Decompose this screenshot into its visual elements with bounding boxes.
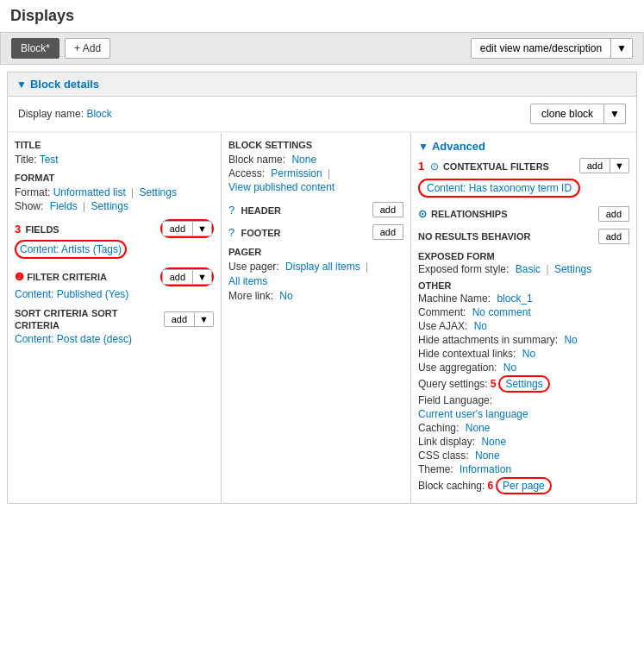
format-heading: FORMAT: [15, 173, 214, 183]
css-class-value[interactable]: None: [475, 449, 500, 462]
show-label: Show:: [15, 200, 43, 212]
footer-heading: ? FOOTER: [228, 226, 280, 239]
use-aggregation-label: Use aggregation:: [418, 361, 497, 374]
block-details-section: ▼ Block details Display name: Block clon…: [7, 72, 637, 504]
sort-criteria-section: SORT CRITERIA SORT CRITERIA add ▼ Conten…: [15, 307, 214, 345]
advanced-header: ▼ Advanced: [418, 140, 629, 153]
caching-label: Caching:: [418, 422, 459, 434]
filter-content-item[interactable]: Content: Published (Yes): [15, 288, 214, 300]
sort-add-dropdown[interactable]: ▼: [195, 311, 214, 327]
relationships-icon: ⊙: [418, 208, 427, 220]
contextual-add-dropdown[interactable]: ▼: [610, 158, 629, 173]
toolbar: Block* Add edit view name/description ▼: [0, 32, 644, 65]
exposed-form-style-value[interactable]: Basic: [516, 263, 541, 275]
fields-badge: 3: [15, 223, 21, 236]
title-section: TITLE Title: Test: [15, 140, 214, 166]
show-settings-link[interactable]: Settings: [91, 200, 128, 212]
contextual-filters-heading: CONTEXTUAL FILTERS: [443, 161, 549, 172]
footer-add-button[interactable]: add: [372, 224, 403, 240]
format-settings-link[interactable]: Settings: [140, 186, 177, 198]
use-aggregation-value[interactable]: No: [503, 361, 516, 374]
access-label: Access:: [228, 167, 265, 179]
contextual-filter-item[interactable]: Content: Has taxonomy term ID: [418, 179, 580, 198]
add-display-button[interactable]: Add: [65, 38, 110, 59]
header-add-button[interactable]: add: [372, 202, 403, 217]
format-section: FORMAT Format: Unformatted list | Settin…: [15, 173, 214, 212]
theme-value[interactable]: Information: [460, 463, 511, 475]
filter-criteria-section: ❷ FILTER CRITERIA add ▼ Content: Publish…: [15, 267, 214, 300]
all-items-link[interactable]: All items: [228, 275, 267, 287]
block-details-title: Block details: [30, 78, 99, 91]
pager-heading: PAGER: [228, 247, 403, 257]
more-link-value[interactable]: No: [279, 290, 292, 302]
query-settings-label: Query settings:: [418, 378, 488, 390]
block-caching-label: Block caching:: [418, 480, 485, 492]
page-title: Displays: [0, 0, 644, 32]
query-settings-value[interactable]: Settings: [498, 375, 549, 393]
machine-name-value[interactable]: block_1: [497, 292, 532, 305]
format-label: Format:: [15, 186, 50, 198]
hide-contextual-label: Hide contextual links:: [418, 348, 516, 360]
block-tab[interactable]: Block*: [11, 38, 59, 59]
view-published-link[interactable]: View published content: [228, 181, 335, 193]
block-details-header: ▼ Block details: [8, 72, 636, 97]
format-value[interactable]: Unformatted list: [53, 186, 126, 198]
filter-add-dropdown[interactable]: ▼: [193, 269, 212, 285]
block-name-label: Block name:: [228, 154, 285, 166]
fields-heading: FIELDS: [26, 224, 59, 235]
link-display-label: Link display:: [418, 436, 475, 448]
title-value[interactable]: Test: [40, 154, 59, 166]
use-pager-value[interactable]: Display all items: [285, 261, 360, 273]
comment-value[interactable]: No comment: [472, 306, 531, 318]
link-display-value[interactable]: None: [481, 436, 506, 448]
sort-content-item[interactable]: Content: Post date (desc): [15, 333, 214, 345]
collapse-arrow-icon[interactable]: ▼: [16, 79, 27, 91]
edit-view-dropdown[interactable]: ▼: [611, 38, 633, 59]
header-section: ? HEADER add: [228, 202, 403, 217]
comment-label: Comment:: [418, 306, 466, 318]
display-name-label: Display name:: [18, 108, 84, 120]
ajax-value[interactable]: No: [474, 320, 487, 332]
fields-content-item[interactable]: Content: Artists (Tags): [15, 240, 127, 259]
field-language-label: Field Language:: [418, 394, 492, 406]
no-results-add-button[interactable]: add: [598, 229, 629, 244]
right-column: ▼ Advanced 1 ⊙ CONTEXTUAL FILTERS add ▼: [411, 133, 636, 503]
fields-add-dropdown[interactable]: ▼: [193, 221, 212, 236]
hide-attachments-value[interactable]: No: [564, 334, 577, 346]
block-caching-value[interactable]: Per page: [496, 477, 552, 494]
title-label: Title:: [15, 154, 37, 166]
display-name-value[interactable]: Block: [86, 108, 111, 120]
clone-block-button[interactable]: clone block: [530, 104, 604, 124]
contextual-badge: 1: [418, 160, 424, 173]
sort-add-button[interactable]: add: [164, 311, 195, 327]
advanced-title: Advanced: [432, 140, 485, 153]
more-link-label: More link:: [228, 290, 273, 302]
field-language-value[interactable]: Current user's language: [418, 408, 528, 420]
relationships-section: ⊙ RELATIONSHIPS add: [418, 206, 629, 222]
fields-link[interactable]: Fields: [50, 200, 78, 212]
header-heading: ? HEADER: [228, 204, 281, 217]
exposed-form-settings-link[interactable]: Settings: [554, 263, 591, 275]
three-columns: TITLE Title: Test FORMAT Format: Unforma…: [8, 132, 636, 503]
caching-value[interactable]: None: [466, 422, 491, 434]
access-value[interactable]: Permission: [271, 167, 322, 179]
contextual-filters-section: 1 ⊙ CONTEXTUAL FILTERS add ▼ Content: Ha…: [418, 158, 629, 199]
contextual-filters-icon: ⊙: [430, 160, 439, 173]
clone-block-dropdown[interactable]: ▼: [604, 104, 626, 124]
css-class-label: CSS class:: [418, 449, 469, 462]
relationships-add-button[interactable]: add: [598, 206, 629, 222]
sort-criteria-heading: SORT CRITERIA: [15, 308, 89, 318]
footer-section: ? FOOTER add: [228, 224, 403, 240]
display-name-row: Display name: Block clone block ▼: [8, 97, 636, 132]
fields-add-button[interactable]: add: [162, 221, 193, 236]
filter-add-button[interactable]: add: [162, 269, 193, 285]
contextual-add-button[interactable]: add: [579, 158, 610, 173]
exposed-form-heading: EXPOSED FORM: [418, 251, 495, 261]
advanced-arrow-icon[interactable]: ▼: [418, 141, 428, 153]
exposed-form-section: EXPOSED FORM Exposed form style: Basic |…: [418, 251, 629, 275]
filter-criteria-badge: ❷: [15, 271, 27, 283]
ajax-label: Use AJAX:: [418, 320, 467, 332]
edit-view-button[interactable]: edit view name/description: [471, 38, 611, 59]
block-name-value[interactable]: None: [291, 154, 316, 166]
hide-contextual-value[interactable]: No: [522, 348, 535, 360]
